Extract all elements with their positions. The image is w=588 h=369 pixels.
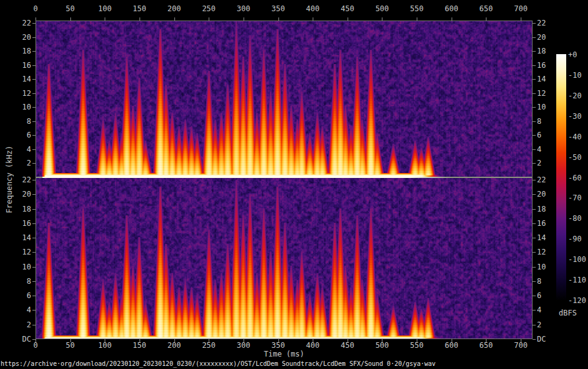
freq-tick-label: 14 (537, 234, 546, 241)
freq-tick-label: 10 (537, 263, 546, 271)
db-tick-label: -100 (568, 256, 586, 263)
time-tick-mark (140, 339, 140, 342)
freq-tick-mark (533, 163, 536, 164)
time-tick-label: 500 (376, 5, 389, 12)
freq-tick-label: 10 (0, 103, 32, 111)
freq-tick-label: 22 (0, 19, 32, 27)
time-tick-label: 300 (237, 342, 250, 349)
freq-tick-label: 12 (537, 248, 546, 256)
freq-tick-label: DC (0, 335, 32, 343)
db-tick-label: -90 (568, 235, 582, 243)
freq-tick-mark (32, 252, 36, 253)
freq-tick-mark (32, 51, 36, 52)
time-tick-mark (486, 17, 486, 21)
freq-tick-mark (32, 93, 36, 94)
time-tick-mark (348, 339, 348, 342)
freq-tick-mark (533, 107, 536, 108)
freq-tick-label: 6 (0, 292, 32, 299)
time-tick-label: 550 (410, 342, 424, 349)
time-tick-label: 700 (514, 342, 528, 349)
db-tick-label: -70 (568, 194, 582, 202)
freq-tick-mark (533, 51, 536, 52)
freq-tick-mark (533, 93, 536, 94)
freq-tick-label: 20 (0, 34, 32, 41)
freq-tick-mark (32, 209, 36, 210)
freq-tick-mark (32, 163, 36, 164)
freq-tick-label: 4 (537, 306, 541, 314)
spectrogram-window: 0050501001001501502002002502503003003503… (0, 0, 588, 369)
time-tick-mark (521, 339, 521, 342)
freq-tick-label: 6 (537, 131, 541, 139)
freq-tick-label: 18 (537, 205, 546, 213)
freq-tick-mark (32, 79, 36, 80)
time-tick-label: 150 (133, 5, 146, 12)
time-tick-mark (278, 339, 279, 342)
time-tick-mark (244, 17, 244, 21)
db-tick-label: -40 (568, 133, 582, 141)
time-tick-mark (278, 17, 279, 21)
time-tick-label: 50 (65, 342, 74, 349)
time-tick-label: 500 (376, 342, 389, 349)
time-tick-mark (382, 339, 382, 342)
freq-tick-mark (32, 223, 36, 224)
freq-tick-mark (533, 296, 536, 296)
time-tick-label: 600 (445, 5, 458, 12)
freq-tick-mark (533, 37, 536, 38)
freq-tick-mark (533, 339, 536, 340)
frequency-axis-title: Frequency (kHz) (6, 146, 14, 213)
time-tick-mark (486, 339, 486, 342)
db-tick-label: -50 (568, 154, 582, 161)
time-tick-mark (209, 339, 209, 342)
freq-tick-mark (533, 209, 536, 210)
db-tick-label: -20 (568, 92, 582, 100)
time-tick-label: 150 (133, 342, 146, 349)
time-tick-label: 0 (33, 5, 37, 12)
freq-tick-mark (32, 121, 36, 122)
db-tick-label: -60 (568, 174, 582, 182)
freq-tick-mark (533, 65, 536, 66)
time-tick-label: 0 (33, 342, 37, 349)
freq-tick-mark (533, 310, 536, 311)
time-tick-mark (244, 339, 244, 342)
freq-tick-mark (533, 325, 536, 325)
freq-tick-label: 18 (537, 47, 546, 55)
freq-tick-mark (32, 149, 36, 150)
time-tick-mark (70, 339, 71, 342)
freq-tick-label: 14 (537, 75, 546, 83)
time-tick-mark (417, 339, 417, 342)
colorbar (556, 54, 566, 301)
time-tick-label: 100 (98, 5, 111, 12)
freq-tick-label: 8 (537, 118, 541, 125)
freq-tick-mark (533, 149, 536, 150)
freq-tick-mark (533, 180, 536, 180)
time-tick-mark (417, 17, 417, 21)
time-tick-mark (382, 17, 382, 21)
freq-tick-label: 2 (0, 321, 32, 329)
freq-tick-mark (533, 223, 536, 224)
time-tick-label: 350 (272, 5, 285, 12)
spectrogram-canvas (36, 21, 533, 339)
freq-tick-label: 12 (0, 90, 32, 97)
freq-tick-label: 10 (0, 263, 32, 271)
freq-tick-mark (32, 180, 36, 180)
freq-tick-mark (32, 135, 36, 136)
time-tick-label: 200 (168, 342, 181, 349)
freq-tick-mark (32, 339, 36, 340)
freq-tick-label: 8 (0, 278, 32, 285)
freq-tick-mark (32, 194, 36, 195)
freq-tick-label: 8 (537, 278, 541, 285)
time-tick-mark (70, 17, 71, 21)
freq-tick-label: 2 (537, 159, 541, 167)
db-tick-label: -30 (568, 113, 582, 120)
db-tick-label: -110 (568, 276, 586, 284)
freq-tick-mark (533, 281, 536, 282)
time-tick-mark (174, 339, 175, 342)
time-tick-label: 50 (65, 5, 74, 12)
freq-tick-label: 18 (0, 47, 32, 55)
time-tick-label: 350 (272, 342, 285, 349)
freq-tick-mark (533, 135, 536, 136)
time-tick-label: 700 (514, 5, 528, 12)
time-tick-mark (313, 339, 313, 342)
db-tick-label: -120 (568, 297, 586, 304)
freq-tick-mark (32, 23, 36, 24)
